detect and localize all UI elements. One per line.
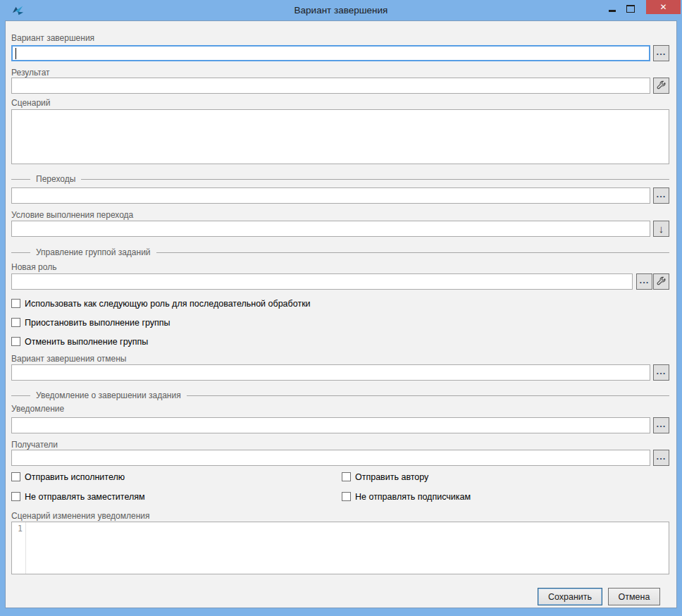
checkbox-suspend-group[interactable]: Приостановить выполнение группы [11,318,170,328]
ellipsis-icon: ... [657,191,666,198]
checkbox-no-subscribers[interactable]: Не отправлять подписчикам [342,492,471,502]
maximize-icon [626,5,635,13]
checkbox-box[interactable] [342,472,351,481]
close-button[interactable]: ✕ [646,0,681,14]
group-control-header: Управление группой заданий [11,248,669,257]
notification-group-title: Уведомление о завершении задания [30,390,187,400]
notification-group-header: Уведомление о завершении задания [11,391,669,400]
checkbox-cancel-group[interactable]: Отменить выполнение группы [11,337,148,347]
notification-script-editor[interactable]: 1 [11,522,669,574]
transition-condition-label: Условие выполнения перехода [11,210,133,220]
wrench-icon [656,276,666,287]
checkbox-box[interactable] [11,337,20,346]
recipients-browse-button[interactable]: ... [653,450,669,466]
window-title: Вариант завершения [0,5,682,16]
maximize-button[interactable] [621,0,640,16]
ellipsis-icon: ... [640,277,650,284]
new-role-configure-button[interactable] [653,273,669,290]
cancel-variant-label: Вариант завершения отмены [11,354,127,364]
checkbox-box[interactable] [11,472,20,481]
save-button[interactable]: Сохранить [538,588,602,605]
down-arrow-icon: ↓ [659,223,664,234]
notification-browse-button[interactable]: ... [653,417,669,433]
checkbox-box[interactable] [11,492,20,501]
recipients-input[interactable] [11,450,650,466]
transition-browse-button[interactable]: ... [653,187,669,204]
cancel-button[interactable]: Отмена [608,588,660,605]
ellipsis-icon: ... [657,453,666,460]
ellipsis-icon: ... [657,49,666,56]
recipients-label: Получатели [11,440,58,450]
checkbox-box[interactable] [11,318,20,327]
checkbox-send-to-author[interactable]: Отправить автору [342,472,428,482]
notification-label: Уведомление [11,404,64,414]
notification-input[interactable] [11,417,650,433]
checkbox-no-deputies[interactable]: Не отправлять заместителям [11,492,145,502]
variant-input[interactable] [11,45,650,61]
line-number-gutter: 1 [12,522,26,574]
result-input[interactable] [11,78,650,94]
variant-browse-button[interactable]: ... [653,45,669,61]
transitions-group-title: Переходы [30,174,81,184]
close-icon: ✕ [659,0,666,14]
ellipsis-icon: ... [657,421,666,428]
transition-condition-expand-button[interactable]: ↓ [653,221,669,237]
cancel-variant-browse-button[interactable]: ... [653,364,669,381]
notification-script-label: Сценарий изменения уведомления [11,511,149,521]
text-caret [16,48,16,59]
wrench-icon [656,80,666,91]
dialog-window: Вариант завершения ✕ Вариант завершения … [0,0,682,616]
scenario-textarea[interactable] [11,109,669,164]
checkbox-box[interactable] [11,299,20,308]
transition-input[interactable] [11,187,650,204]
checkbox-box[interactable] [342,492,351,501]
line-number: 1 [18,524,23,534]
result-configure-button[interactable] [653,78,669,94]
ellipsis-icon: ... [657,368,666,375]
new-role-input[interactable] [11,273,633,290]
result-label: Результат [11,68,50,78]
new-role-browse-button[interactable]: ... [636,273,652,290]
minimize-button[interactable] [603,0,621,16]
checkbox-send-to-performer[interactable]: Отправить исполнителю [11,472,125,482]
group-control-title: Управление группой заданий [30,247,156,257]
transition-condition-input[interactable] [11,221,650,237]
scenario-label: Сценарий [11,98,50,108]
cancel-variant-input[interactable] [11,364,650,381]
variant-label: Вариант завершения [11,33,94,43]
transitions-group-header: Переходы [11,175,669,184]
minimize-icon [609,10,616,12]
new-role-label: Новая роль [11,262,56,272]
checkbox-use-as-next-role[interactable]: Использовать как следующую роль для посл… [11,299,311,309]
titlebar: Вариант завершения ✕ [0,0,682,21]
